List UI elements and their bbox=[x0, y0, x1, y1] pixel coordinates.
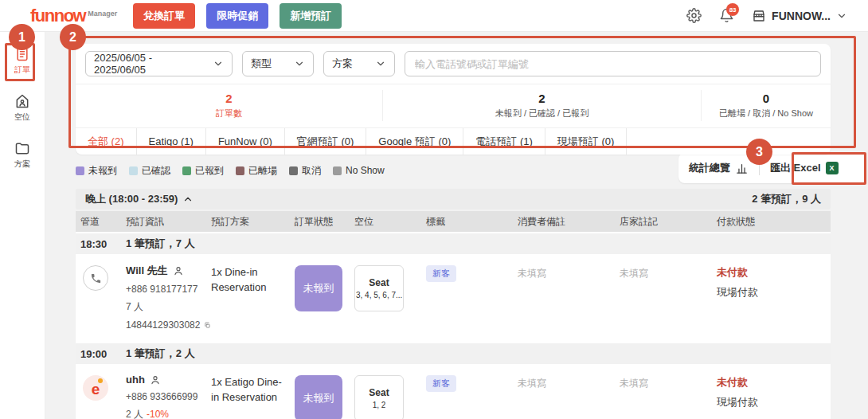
section-summary: 2 筆預訂，9 人 bbox=[752, 192, 821, 206]
chevron-down-icon bbox=[836, 10, 847, 22]
legend-left: 已離場 bbox=[236, 164, 277, 178]
eatigo-channel-icon: e bbox=[83, 375, 108, 401]
group-time: 18:30 bbox=[80, 238, 126, 250]
account-menu[interactable]: FUNNOW... bbox=[752, 9, 847, 23]
legend-confirmed: 已確認 bbox=[129, 164, 170, 178]
channel-cell: e bbox=[80, 374, 126, 401]
seat-numbers: 1, 2 bbox=[373, 401, 386, 409]
consumer-note-cell: 未填寫 bbox=[518, 374, 620, 390]
payment-method: 現場付款 bbox=[717, 285, 826, 300]
discount-label: -10% bbox=[147, 409, 169, 419]
col-header-tag: 標籤 bbox=[426, 215, 518, 229]
settings-gear-icon[interactable] bbox=[686, 8, 702, 23]
status-cell: 未報到 bbox=[295, 264, 354, 311]
col-header-consumer-note: 消費者備註 bbox=[518, 215, 620, 229]
person-icon[interactable] bbox=[173, 265, 184, 276]
seat-box[interactable]: Seat 1, 2 bbox=[354, 375, 404, 419]
sidebar-item-seats[interactable]: 空位 bbox=[0, 92, 45, 124]
legend-swatch bbox=[182, 166, 191, 175]
sidebar-item-plans[interactable]: 方案 bbox=[0, 139, 45, 171]
logo-text: funnow bbox=[30, 8, 85, 24]
consumer-note-cell: 未填寫 bbox=[518, 264, 620, 280]
account-name: FUNNOW... bbox=[772, 10, 831, 22]
sidebar-item-label: 方案 bbox=[14, 159, 30, 170]
payment-cell: 未付款 現場付款 bbox=[717, 264, 826, 300]
booking-info-cell: uhh +886 933666999 2 人-10% 1484373238052… bbox=[126, 374, 211, 419]
bar-chart-icon bbox=[735, 162, 749, 175]
legend-label: 未報到 bbox=[88, 164, 117, 178]
plan-cell: 1x Dine-in Reservation bbox=[211, 264, 295, 296]
col-header-payment: 付款狀態 bbox=[717, 215, 826, 229]
party-size: 7 人 bbox=[126, 300, 211, 314]
seats-house-icon bbox=[14, 93, 30, 109]
col-header-seat: 空位 bbox=[354, 215, 426, 229]
bookings-table: 管道 預訂資訊 預訂方案 訂單狀態 空位 標籤 消費者備註 店家註記 付款狀態 … bbox=[76, 211, 831, 419]
status-badge[interactable]: 未報到 bbox=[295, 375, 342, 419]
notification-badge: 83 bbox=[726, 3, 739, 16]
annotation-box-2 bbox=[68, 36, 856, 148]
funnow-logo[interactable]: funnow Manager bbox=[30, 8, 117, 24]
tag-cell: 新客 bbox=[426, 264, 518, 282]
plans-folder-icon bbox=[14, 140, 30, 156]
payment-status: 未付款 bbox=[717, 264, 826, 280]
annotation-circle-2: 2 bbox=[60, 24, 86, 50]
legend-cancelled: 取消 bbox=[289, 164, 321, 178]
guest-phone: +886 918177177 bbox=[126, 284, 211, 295]
group-summary: 1 筆預訂，2 人 bbox=[126, 347, 826, 361]
booking-info-cell: Will 先生 +886 918177177 7 人 1484412930308… bbox=[126, 264, 211, 331]
status-legend: 未報到 已確認 已報到 已離場 取消 No Show bbox=[76, 162, 385, 179]
col-header-booking-info: 預訂資訊 bbox=[126, 215, 211, 229]
redeem-order-button[interactable]: 兌換訂單 bbox=[133, 3, 195, 29]
time-section-bar: 晚上 (18:00 - 23:59) 2 筆預訂，9 人 bbox=[76, 189, 831, 210]
col-header-store-note: 店家註記 bbox=[620, 215, 717, 229]
flash-promo-button[interactable]: 限時促銷 bbox=[206, 3, 268, 29]
guest-name: uhh bbox=[126, 374, 145, 386]
legend-label: No Show bbox=[346, 165, 385, 176]
seat-title: Seat bbox=[369, 387, 389, 398]
group-summary: 1 筆預訂，7 人 bbox=[126, 237, 826, 251]
seat-cell: Seat 1, 2 bbox=[354, 374, 426, 419]
add-booking-button[interactable]: 新增預訂 bbox=[280, 3, 342, 29]
status-cell: 未報到 bbox=[295, 374, 354, 419]
legend-noshow: No Show bbox=[333, 165, 385, 176]
topbar-right: 83 FUNNOW... bbox=[686, 8, 847, 23]
legend-swatch bbox=[236, 166, 244, 175]
topbar-actions: 兌換訂單 限時促銷 新增預訂 bbox=[133, 3, 342, 29]
tag-cell: 新客 bbox=[426, 374, 518, 392]
caret-up-icon bbox=[182, 194, 194, 205]
legend-swatch bbox=[333, 166, 342, 175]
section-title: 晚上 (18:00 - 23:59) bbox=[85, 192, 178, 206]
table-header-row: 管道 預訂資訊 預訂方案 訂單狀態 空位 標籤 消費者備註 店家註記 付款狀態 bbox=[76, 211, 831, 232]
col-header-channel: 管道 bbox=[80, 215, 126, 229]
seat-box[interactable]: Seat 3, 4, 5, 6, 7... bbox=[354, 265, 404, 311]
store-icon bbox=[752, 9, 766, 23]
annotation-circle-1: 1 bbox=[9, 24, 35, 50]
booking-row: Will 先生 +886 918177177 7 人 1484412930308… bbox=[76, 254, 831, 342]
channel-cell bbox=[80, 264, 126, 291]
booking-id: 14844129303082 bbox=[126, 319, 200, 331]
legend-checked-in: 已報到 bbox=[182, 164, 224, 178]
store-note-cell: 未填寫 bbox=[620, 374, 717, 390]
time-group-header: 19:00 1 筆預訂，2 人 bbox=[76, 343, 831, 364]
section-collapse-toggle[interactable]: 晚上 (18:00 - 23:59) bbox=[85, 192, 194, 206]
col-header-status: 訂單狀態 bbox=[295, 215, 354, 229]
notifications-bell-icon[interactable]: 83 bbox=[719, 8, 734, 23]
legend-no-show-up: 未報到 bbox=[76, 164, 117, 178]
legend-swatch bbox=[289, 166, 298, 175]
guest-phone: +886 933666999 bbox=[126, 391, 211, 402]
col-header-plan: 預訂方案 bbox=[211, 215, 295, 229]
new-customer-tag: 新客 bbox=[426, 265, 456, 282]
store-note-cell: 未填寫 bbox=[620, 264, 717, 280]
group-time: 19:00 bbox=[80, 348, 126, 360]
legend-label: 已報到 bbox=[195, 164, 224, 178]
new-customer-tag: 新客 bbox=[426, 375, 456, 392]
copy-icon[interactable] bbox=[204, 320, 211, 331]
payment-status: 未付款 bbox=[717, 374, 826, 390]
guest-name: Will 先生 bbox=[126, 264, 168, 278]
logo-suffix: Manager bbox=[88, 10, 117, 18]
sidebar: 訂單 空位 方案 bbox=[0, 32, 45, 419]
person-icon[interactable] bbox=[150, 374, 161, 386]
seat-numbers: 3, 4, 5, 6, 7... bbox=[356, 291, 402, 300]
seat-title: Seat bbox=[369, 277, 389, 288]
status-badge[interactable]: 未報到 bbox=[295, 265, 342, 311]
